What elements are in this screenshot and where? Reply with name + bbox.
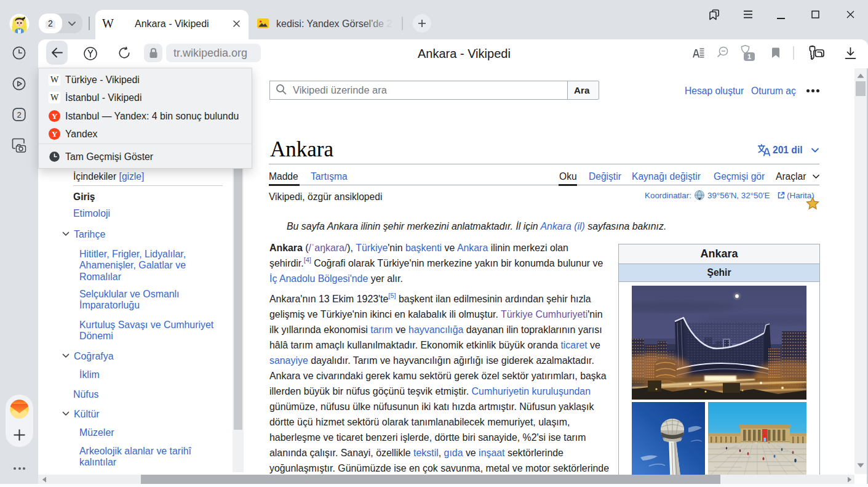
svg-text:2: 2: [17, 110, 21, 119]
svg-text:2: 2: [48, 18, 53, 28]
svg-text:1: 1: [747, 53, 751, 60]
